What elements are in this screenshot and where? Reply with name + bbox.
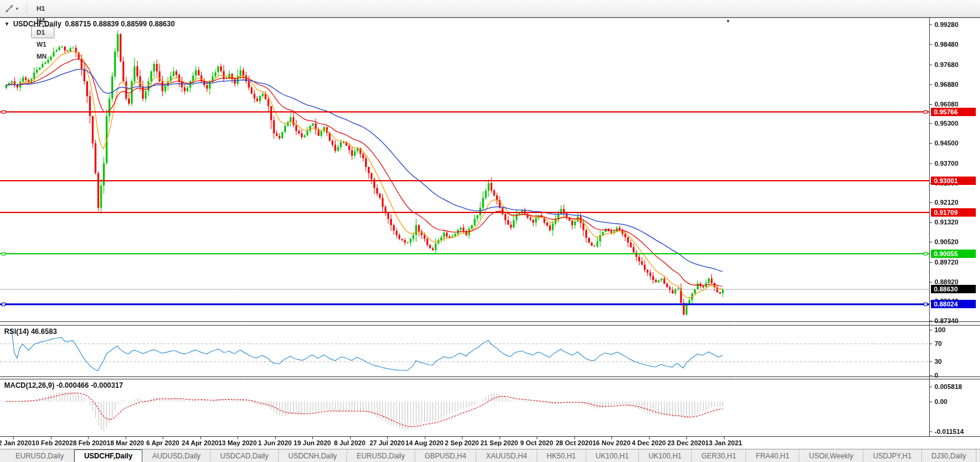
date-axis-label: 10 Feb 2020 — [32, 439, 69, 446]
chart-tab-usdcnh-daily[interactable]: USDCNH,Daily — [279, 449, 347, 462]
chart-tab-audusd-daily[interactable]: AUDUSD,Daily — [142, 449, 211, 462]
chart-tab-fra40-h1[interactable]: FRA40,H1 — [746, 449, 799, 462]
price-level-badge: 0.88024 — [931, 300, 976, 308]
price-axis-tick-label: 0.96080 — [935, 101, 958, 108]
date-axis-label: 13 May 2020 — [218, 439, 257, 446]
trading-terminal-window: ▼ M1M5M15M30H1H4D1W1MN ▼ USDCHF,Daily 0.… — [0, 0, 980, 462]
date-axis-label: 9 Oct 2020 — [520, 439, 553, 446]
date-axis-label: 19 Jun 2020 — [294, 439, 331, 446]
date-axis-label: 27 Jul 2020 — [370, 439, 405, 446]
chart-tab-usdjpy-h1[interactable]: USDJPY,H1 — [863, 449, 921, 462]
price-axis-tick-label: 0.99280 — [935, 21, 958, 28]
chart-tab-china300-h1[interactable]: CHINA300,H1 — [976, 449, 980, 462]
price-level-badge: 0.95766 — [931, 108, 976, 116]
macd-indicator-label: MACD(12,26,9) -0.000466 -0.000317 — [4, 381, 123, 390]
date-axis-label: 8 Jul 2020 — [334, 439, 366, 446]
date-axis-label: 18 Mar 2020 — [106, 439, 144, 446]
price-axis-tick-label: 0.89720 — [935, 259, 958, 266]
rsi-axis-tick-label: 100 — [935, 326, 945, 333]
macd-axis-tick-label: 0.00 — [935, 398, 947, 405]
date-axis-label: 24 Apr 2020 — [182, 439, 218, 446]
price-axis-tick-label: 0.91320 — [935, 218, 958, 226]
date-axis-label: 14 Aug 2020 — [406, 439, 444, 446]
chart-tab-bar: EURUSD,DailyUSDCHF,DailyAUDUSD,DailyUSDC… — [0, 449, 980, 462]
date-axis-label: 21 Sep 2020 — [480, 439, 518, 446]
date-axis-label: 4 Dec 2020 — [632, 439, 666, 446]
macd-axis-tick-label: 0.005818 — [935, 383, 962, 390]
collapse-triangle-icon[interactable]: ▼ — [4, 21, 10, 27]
date-axis-label: 13 Jan 2021 — [705, 439, 742, 446]
date-axis-label: 28 Oct 2020 — [556, 439, 592, 446]
date-axis-label: 28 Feb 2020 — [69, 439, 106, 446]
chart-tab-uk100-h1[interactable]: UK100,H1 — [639, 449, 692, 462]
rsi-indicator-label: RSI(14) 46.6583 — [4, 327, 57, 336]
price-axis-tick-label: 0.98480 — [935, 41, 958, 48]
price-axis-tick-label: 0.93700 — [935, 160, 958, 167]
price-axis-tick-label: 0.95300 — [935, 120, 958, 127]
price-chart-canvas[interactable] — [0, 0, 980, 462]
chart-tab-usdcad-daily[interactable]: USDCAD,Daily — [211, 449, 279, 462]
price-axis-tick-label: 0.94500 — [935, 139, 958, 147]
date-axis-label: 1 Jun 2020 — [258, 439, 291, 446]
chart-shift-marker-icon: ▼ — [726, 19, 731, 24]
price-level-badge: 0.88630 — [931, 285, 976, 293]
date-axis-label: 16 Nov 2020 — [592, 439, 631, 446]
date-axis-label: 23 Dec 2020 — [668, 439, 705, 446]
chart-symbol-label: USDCHF,Daily — [13, 20, 62, 28]
chart-tab-eurusd-daily[interactable]: EURUSD,Daily — [6, 449, 74, 462]
chart-tab-eurusd-daily[interactable]: EURUSD,Daily — [347, 449, 415, 462]
price-level-badge: 0.90055 — [931, 250, 976, 258]
price-axis-tick-label: 0.97680 — [935, 61, 958, 68]
chart-tab-xauusd-h4[interactable]: XAUUSD,H4 — [476, 449, 537, 462]
date-axis-label: 6 Apr 2020 — [146, 439, 179, 446]
rsi-axis-tick-label: 70 — [935, 340, 942, 347]
chart-tab-uk100-h1[interactable]: UK100,H1 — [586, 449, 639, 462]
chart-title: ▼ USDCHF,Daily 0.88715 0.88839 0.88599 0… — [4, 20, 175, 28]
rsi-axis-tick-label: 0 — [935, 372, 938, 379]
macd-axis-tick-label: -0.011514 — [935, 428, 964, 435]
price-axis-tick-label: 0.90520 — [935, 238, 958, 245]
price-axis-tick-label: 0.87340 — [935, 317, 958, 324]
price-axis-tick-label: 0.96880 — [935, 81, 958, 88]
chart-ohlc-readout: 0.88715 0.88839 0.88599 0.88630 — [65, 20, 175, 28]
price-level-badge: 0.91709 — [931, 208, 976, 217]
chart-tab-usoil-weekly[interactable]: USOil,Weekly — [799, 449, 863, 462]
price-level-badge: 0.93001 — [931, 177, 976, 185]
chart-tab-dj30-daily[interactable]: DJ30,Daily — [922, 449, 976, 462]
date-axis-label: 22 Jan 2020 — [0, 439, 32, 446]
chart-tab-ger30-h1[interactable]: GER30,H1 — [692, 449, 746, 462]
rsi-axis-tick-label: 30 — [935, 358, 942, 365]
date-axis-label: 2 Sep 2020 — [445, 439, 479, 446]
price-axis-tick-label: 0.92120 — [935, 199, 958, 206]
chart-tab-hk50-h1[interactable]: HK50,H1 — [537, 449, 586, 462]
chart-tab-gbpusd-h4[interactable]: GBPUSD,H4 — [415, 449, 476, 462]
chart-tab-usdchf-daily[interactable]: USDCHF,Daily — [74, 449, 143, 462]
